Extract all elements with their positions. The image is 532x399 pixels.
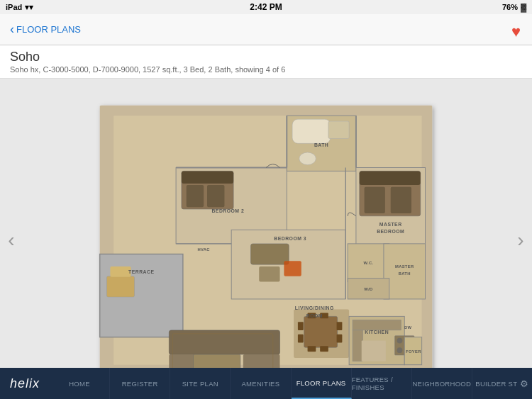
nav-label-site-plan: SITE PLAN [182, 380, 218, 388]
right-arrow-icon: › [517, 229, 523, 252]
svg-text:HVAC: HVAC [197, 247, 210, 251]
svg-text:LIVING/DINING: LIVING/DINING [295, 305, 334, 310]
svg-rect-21 [251, 243, 289, 264]
carrier-label: iPad [6, 3, 22, 11]
nav-item-register[interactable]: REGISTER [110, 368, 170, 399]
bottom-nav: helix HOME REGISTER SITE PLAN AMENITIES … [0, 368, 532, 399]
nav-label-builder: BUILDER ST [475, 380, 517, 388]
svg-point-5 [299, 152, 316, 165]
svg-rect-4 [328, 121, 349, 138]
nav-item-features[interactable]: FEATURES / FINISHES [352, 368, 412, 399]
svg-rect-9 [182, 171, 233, 184]
svg-text:BATH: BATH [314, 142, 328, 147]
nav-label-features: FEATURES / FINISHES [352, 376, 411, 391]
nav-item-neighborhood[interactable]: NEIGHBORHOOD [412, 368, 472, 399]
svg-rect-54 [353, 320, 401, 330]
svg-text:DW: DW [404, 325, 412, 329]
main-content: ‹ BATH [0, 79, 532, 399]
svg-text:W/D: W/D [364, 287, 372, 291]
logo-text: helix [10, 376, 40, 391]
chevron-left-icon: ‹ [10, 23, 14, 35]
svg-text:TERRACE: TERRACE [128, 269, 154, 274]
svg-rect-22 [259, 266, 279, 281]
floorplan-area: ‹ BATH [0, 79, 532, 399]
svg-text:KITCHEN: KITCHEN [365, 329, 389, 334]
svg-rect-17 [391, 186, 411, 213]
nav-item-home[interactable]: HOME [50, 368, 110, 399]
svg-point-58 [397, 337, 403, 343]
floorplan-image: BATH BEDROOM 2 MASTER BEDROOM [74, 95, 458, 386]
svg-rect-16 [365, 186, 385, 213]
left-arrow-icon: ‹ [8, 229, 14, 252]
svg-text:BEDROOM 3: BEDROOM 3 [274, 236, 306, 241]
nav-label-neighborhood: NEIGHBORHOOD [412, 380, 471, 388]
svg-rect-40 [308, 346, 316, 352]
back-button[interactable]: ‹ FLOOR PLANS [10, 23, 81, 35]
title-area: Soho Soho hx, C-3000-5000, D-7000-9000, … [0, 45, 532, 79]
svg-rect-45 [337, 334, 343, 342]
svg-text:BEDROOM 2: BEDROOM 2 [211, 208, 244, 213]
svg-text:FOYER: FOYER [406, 349, 421, 354]
svg-text:MASTER: MASTER [379, 222, 402, 227]
nav-item-site-plan[interactable]: SITE PLAN [170, 368, 231, 399]
next-floorplan-button[interactable]: › [512, 223, 529, 258]
property-title: Soho [10, 50, 522, 64]
heart-icon: ♥ [511, 23, 521, 40]
svg-text:ROOM: ROOM [306, 313, 323, 318]
svg-rect-3 [292, 119, 331, 143]
battery-icon: ▓ [521, 3, 526, 11]
nav-label-amenities: AMENITIES [241, 380, 279, 388]
svg-text:MASTER: MASTER [395, 264, 414, 269]
svg-rect-11 [207, 184, 224, 206]
time-label: 2:42 PM [250, 2, 282, 12]
svg-text:BATH: BATH [399, 271, 411, 275]
svg-point-60 [397, 347, 403, 353]
nav-label-home: HOME [69, 380, 90, 388]
back-label: FLOOR PLANS [16, 24, 81, 35]
wifi-icon: ▾▾ [25, 3, 33, 12]
svg-rect-23 [284, 261, 301, 276]
svg-rect-42 [298, 322, 304, 330]
property-subtitle: Soho hx, C-3000-5000, D-7000-9000, 1527 … [10, 65, 522, 74]
logo-area: helix [0, 368, 50, 399]
nav-label-register: REGISTER [122, 380, 158, 388]
svg-rect-55 [353, 330, 363, 361]
svg-rect-44 [337, 322, 343, 330]
svg-text:BEDROOM: BEDROOM [377, 229, 404, 234]
svg-rect-43 [298, 334, 304, 342]
svg-rect-41 [320, 346, 328, 352]
svg-text:W.C.: W.C. [364, 261, 374, 265]
svg-rect-37 [304, 316, 338, 347]
nav-bar: ‹ FLOOR PLANS ♥ [0, 14, 532, 45]
svg-rect-26 [106, 276, 134, 296]
prev-floorplan-button[interactable]: ‹ [3, 223, 20, 258]
nav-item-amenities[interactable]: AMENITIES [231, 368, 291, 399]
svg-rect-10 [187, 184, 204, 206]
status-bar: iPad ▾▾ 2:42 PM 76% ▓ [0, 0, 532, 14]
gear-icon: ⚙ [520, 378, 528, 389]
nav-item-floor-plans[interactable]: FLOOR PLANS [292, 368, 352, 399]
nav-item-builder[interactable]: BUILDER ST ⚙ [472, 368, 532, 399]
favorite-button[interactable]: ♥ [511, 23, 521, 41]
nav-label-floor-plans: FLOOR PLANS [297, 379, 346, 387]
battery-label: 76% [502, 3, 518, 11]
svg-rect-15 [360, 171, 421, 185]
svg-rect-56 [362, 340, 386, 361]
